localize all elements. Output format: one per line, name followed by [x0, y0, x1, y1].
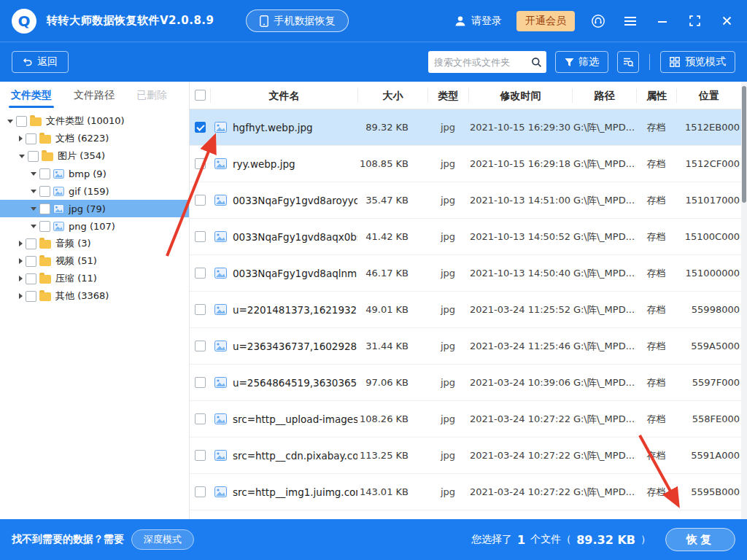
tree-item[interactable]: bmp (9) [0, 165, 189, 182]
phone-recovery-label: 手机数据恢复 [274, 15, 335, 28]
tree-checkbox[interactable] [26, 256, 36, 267]
tree-checkbox[interactable] [39, 203, 50, 214]
file-location: 559A5000 [676, 341, 741, 351]
search-input[interactable] [434, 57, 531, 68]
row-checkbox[interactable] [195, 413, 206, 424]
expand-arrow-icon[interactable] [31, 225, 36, 228]
vertical-scrollbar[interactable] [741, 82, 747, 519]
row-checkbox[interactable] [195, 231, 206, 242]
recover-button[interactable]: 恢复 [665, 528, 735, 551]
maximize-button[interactable] [686, 12, 703, 30]
preview-mode-button[interactable]: 预览模式 [660, 51, 735, 73]
column-header[interactable]: 路径 [572, 88, 636, 103]
file-attr: 存档 [636, 486, 676, 499]
tab-deleted[interactable]: 已删除 [125, 82, 178, 109]
collapse-arrow-icon[interactable] [19, 293, 23, 299]
login-button[interactable]: 请登录 [454, 15, 502, 28]
file-row[interactable]: ryy.webp.jpg108.85 KBjpg2021-10-15 16:29… [190, 146, 741, 182]
image-file-icon [53, 187, 64, 196]
column-header[interactable]: 文件名 [210, 88, 357, 103]
file-location: 5597F000 [676, 377, 741, 388]
list-search-icon [623, 57, 634, 68]
file-attr: 存档 [636, 230, 676, 244]
column-header[interactable]: 类型 [427, 88, 468, 103]
tree-item[interactable]: 图片 (354) [0, 147, 189, 165]
phone-recovery-button[interactable]: 手机数据恢复 [246, 9, 349, 32]
collapse-arrow-icon[interactable] [19, 241, 23, 246]
file-row[interactable]: u=2201481373,1621932533f...49.01 KBjpg20… [190, 292, 741, 328]
expand-arrow-icon[interactable] [31, 190, 36, 193]
row-checkbox[interactable] [195, 377, 206, 388]
row-checkbox[interactable] [195, 450, 206, 461]
search-icon[interactable] [531, 57, 542, 68]
file-row[interactable]: 0033NqaFgy1gvd8aqx0bsj60...41.42 KBjpg20… [190, 219, 741, 255]
file-row[interactable]: u=2564864519,3630365031f...97.06 KBjpg20… [190, 365, 741, 401]
tree-checkbox[interactable] [28, 151, 39, 162]
column-header[interactable]: 大小 [357, 88, 427, 103]
close-button[interactable] [718, 12, 735, 30]
tree-item[interactable]: 视频 (51) [0, 252, 189, 270]
minimize-button[interactable] [654, 12, 671, 30]
row-checkbox[interactable] [195, 158, 206, 169]
expand-arrow-icon[interactable] [19, 155, 25, 158]
select-all-checkbox[interactable] [195, 90, 206, 101]
file-attr: 存档 [636, 340, 676, 353]
column-header[interactable]: 位置 [676, 88, 741, 103]
tree-item[interactable]: png (107) [0, 217, 189, 235]
collapse-arrow-icon[interactable] [19, 258, 23, 264]
column-header[interactable]: 修改时间 [468, 88, 572, 103]
tree-item[interactable]: gif (159) [0, 182, 189, 200]
folder-icon [39, 292, 51, 301]
tree-checkbox[interactable] [26, 238, 36, 249]
collapse-arrow-icon[interactable] [19, 136, 23, 141]
file-row[interactable]: u=2363436737,1602928158f...31.44 KBjpg20… [190, 328, 741, 365]
filter-button[interactable]: 筛选 [555, 51, 608, 73]
row-checkbox[interactable] [195, 268, 206, 279]
vip-button[interactable]: 开通会员 [516, 11, 575, 31]
tree-checkbox[interactable] [39, 168, 50, 179]
row-checkbox[interactable] [195, 486, 206, 497]
toolbar: 返回 筛选 预览模式 [0, 42, 747, 82]
file-row[interactable]: src=http__cdn.pixabay.com_...113.25 KBjp… [190, 438, 741, 474]
deep-mode-button[interactable]: 深度模式 [131, 529, 194, 550]
tab-file-type[interactable]: 文件类型 [0, 82, 63, 109]
search-in-results-button[interactable] [617, 51, 639, 73]
tree-checkbox[interactable] [39, 221, 50, 232]
menu-button[interactable] [622, 12, 639, 30]
file-row[interactable]: hgfhyt.webp.jpg89.32 KBjpg2021-10-15 16:… [190, 109, 741, 146]
row-checkbox[interactable] [195, 122, 206, 133]
tree-checkbox[interactable] [16, 116, 27, 127]
expand-arrow-icon[interactable] [7, 120, 13, 123]
preview-mode-label: 预览模式 [685, 55, 726, 69]
tree-item[interactable]: 压缩 (11) [0, 270, 189, 287]
tab-file-path[interactable]: 文件路径 [63, 82, 125, 109]
statusbar: 找不到需要的数据？需要 深度模式 您选择了 1 个文件（ 89.32 KB ） … [0, 519, 747, 560]
collapse-arrow-icon[interactable] [19, 276, 23, 281]
scrollbar-thumb[interactable] [742, 86, 746, 203]
tree-checkbox[interactable] [26, 273, 36, 284]
service-icon[interactable] [589, 12, 607, 30]
file-type: jpg [427, 486, 468, 497]
row-checkbox[interactable] [195, 341, 206, 351]
expand-arrow-icon[interactable] [31, 172, 36, 176]
file-row[interactable]: src=http__upload-images.jia...108.26 KBj… [190, 401, 741, 438]
tree-item[interactable]: 其他 (3368) [0, 287, 189, 305]
row-checkbox[interactable] [195, 195, 206, 206]
tree-item[interactable]: jpg (79) [0, 200, 189, 217]
tree-checkbox[interactable] [26, 291, 36, 302]
file-row[interactable]: 0033NqaFgy1gvd8aroyyoj60...35.47 KBjpg20… [190, 182, 741, 219]
file-row[interactable]: 0033NqaFgy1gvd8aqlnmkj60...46.17 KBjpg20… [190, 255, 741, 292]
tree-item[interactable]: 文档 (6223) [0, 130, 189, 147]
column-header[interactable]: 属性 [636, 88, 676, 103]
tree-checkbox[interactable] [26, 133, 36, 144]
file-mtime: 2021-10-13 14:51:00 [468, 195, 572, 206]
tree-item[interactable]: 文件类型 (10010) [0, 112, 189, 130]
row-checkbox[interactable] [195, 304, 206, 315]
file-row[interactable]: src=http__img1.juimg.com_1...143.01 KBjp… [190, 474, 741, 510]
expand-arrow-icon[interactable] [31, 207, 36, 211]
file-path: G:\阵\_MPD... [572, 230, 636, 244]
file-mtime: 2021-03-24 10:39:06 [468, 377, 572, 388]
tree-checkbox[interactable] [39, 186, 50, 197]
tree-item[interactable]: 音频 (3) [0, 235, 189, 252]
back-button[interactable]: 返回 [12, 51, 69, 73]
